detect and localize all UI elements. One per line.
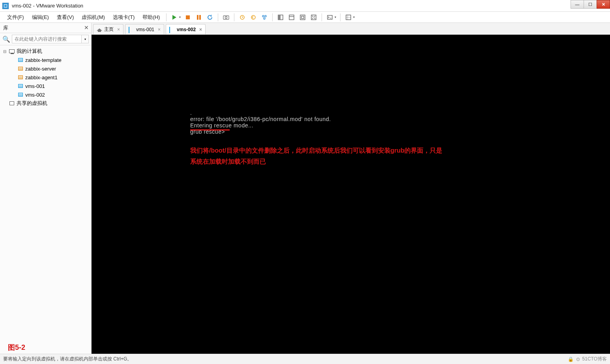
svg-rect-18 [311, 15, 316, 20]
sidebar-search: 🔍 ▾ [0, 33, 91, 45]
svg-rect-14 [289, 15, 294, 20]
search-input[interactable] [12, 35, 82, 43]
restart-button[interactable] [205, 13, 215, 22]
library-tree: ⊟ 我的计算机 zabbix-templatezabbix-serverzabb… [0, 45, 91, 354]
tab-主页[interactable]: 主页× [93, 24, 123, 34]
status-text: 要将输入定向到该虚拟机，请在虚拟机内部单击或按 Ctrl+G。 [3, 356, 132, 362]
play-button[interactable] [170, 13, 179, 22]
close-button[interactable]: ✕ [597, 0, 610, 9]
maximize-button[interactable]: ☐ [584, 0, 597, 9]
svg-marker-4 [210, 15, 211, 17]
tab-close-icon[interactable]: × [158, 27, 161, 32]
menu-view[interactable]: 查看(V) [53, 12, 78, 22]
home-icon [97, 27, 102, 32]
view-unity-button[interactable] [298, 13, 307, 22]
sidebar-title: 库 [3, 24, 8, 32]
console-line: Entering rescue mode... [190, 122, 610, 129]
tree-item-label: zabbix-template [25, 57, 62, 63]
app-icon [2, 3, 9, 9]
status-right: 🔒 ⊙ 51CTO博客 [568, 356, 607, 362]
toolbar-separator [272, 13, 273, 21]
svg-rect-19 [327, 15, 332, 19]
search-dropdown[interactable]: ▾ [82, 35, 89, 43]
titlebar: vms-002 - VMware Workstation — ☐ ✕ [0, 0, 610, 12]
tab-label: vms-001 [136, 27, 154, 32]
tree-item-vms-001[interactable]: vms-001 [9, 82, 91, 90]
tree-item-label: vms-002 [25, 92, 45, 98]
tree-item-vms-002[interactable]: vms-002 [9, 90, 91, 99]
tree-item-zabbix-agent1[interactable]: zabbix-agent1 [9, 73, 91, 82]
collapse-icon[interactable]: ⊟ [2, 49, 7, 54]
menubar: 文件(F) 编辑(E) 查看(V) 虚拟机(M) 选项卡(T) 帮助(H) ▾ … [0, 12, 610, 23]
tree-root-mycomputer[interactable]: ⊟ 我的计算机 [0, 47, 91, 56]
snapshot-take-button[interactable] [238, 13, 247, 22]
computer-icon [9, 48, 15, 54]
console-line: error: file '/boot/grub2/i386-pc/normal.… [190, 116, 610, 122]
watermark: 51CTO博客 [582, 356, 607, 362]
menu-tabs[interactable]: 选项卡(T) [109, 12, 139, 22]
vm-icon [17, 57, 24, 63]
console-dropdown[interactable]: ▾ [335, 15, 336, 19]
svg-rect-17 [301, 16, 304, 19]
toolbar-separator [322, 13, 322, 21]
tree-item-label: zabbix-agent1 [25, 75, 58, 80]
annotation-line: 系统在加载时加载不到而已 [190, 156, 442, 167]
tree-item-zabbix-template[interactable]: zabbix-template [9, 56, 91, 64]
vm-icon [129, 27, 134, 32]
snapshot-manage-button[interactable] [260, 13, 269, 22]
status-device-icon[interactable]: 🔒 [568, 357, 574, 362]
vm-icon [17, 83, 24, 89]
view-fitwindow-button[interactable] [287, 13, 296, 22]
tree-shared-vms[interactable]: 共享的虚拟机 [0, 99, 91, 108]
pause-button[interactable] [194, 13, 204, 22]
menu-vm[interactable]: 虚拟机(M) [78, 12, 109, 22]
svg-point-11 [264, 18, 265, 19]
console-line: . [190, 110, 610, 116]
tab-vms-002[interactable]: vms-002× [166, 24, 206, 34]
tab-close-icon[interactable]: × [117, 27, 120, 32]
menu-edit[interactable]: 编辑(E) [28, 12, 53, 22]
tree-item-zabbix-server[interactable]: zabbix-server [9, 64, 91, 73]
console-button[interactable] [325, 13, 335, 22]
status-device-icon[interactable]: ⊙ [576, 357, 580, 362]
toolbar-separator [340, 13, 341, 21]
menu-file[interactable]: 文件(F) [3, 12, 28, 22]
stretch-dropdown[interactable]: ▾ [353, 15, 355, 19]
toolbar-separator [218, 13, 218, 21]
figure-label: 图5-2 [8, 343, 25, 352]
vm-icon [17, 91, 24, 98]
svg-rect-5 [223, 16, 229, 19]
snapshot-revert-button[interactable] [249, 13, 258, 22]
view-fullscreen-button[interactable] [309, 13, 318, 22]
minimize-button[interactable]: — [571, 0, 584, 9]
menu-help[interactable]: 帮助(H) [138, 12, 164, 22]
vm-console[interactable]: . error: file '/boot/grub2/i386-pc/norma… [92, 35, 610, 354]
statusbar: 要将输入定向到该虚拟机，请在虚拟机内部单击或按 Ctrl+G。 🔒 ⊙ 51CT… [0, 354, 610, 364]
tab-label: 主页 [104, 26, 114, 33]
stop-button[interactable] [183, 13, 193, 22]
annotation-text: 我们将/boot/目录中的文件删除之后，此时启动系统后我们可以看到安装grub的… [190, 145, 442, 167]
console-prompt: grub rescue> [190, 129, 610, 135]
play-dropdown[interactable]: ▾ [179, 15, 181, 19]
snapshot-button[interactable] [221, 13, 231, 22]
tree-item-label: vms-001 [25, 83, 45, 89]
view-fitguest-button[interactable] [276, 13, 285, 22]
svg-point-6 [225, 17, 227, 19]
tree-shared-label: 共享的虚拟机 [17, 100, 47, 107]
svg-rect-3 [199, 15, 201, 20]
svg-rect-1 [186, 15, 190, 19]
tab-label: vms-002 [177, 27, 196, 32]
stretch-button[interactable] [344, 13, 353, 22]
tab-vms-001[interactable]: vms-001× [125, 24, 164, 34]
svg-point-10 [265, 15, 266, 17]
tree-item-label: zabbix-server [25, 66, 56, 72]
tree-root-label: 我的计算机 [17, 48, 42, 55]
sidebar-close-icon[interactable]: ✕ [84, 24, 89, 31]
svg-rect-2 [197, 15, 198, 20]
svg-marker-0 [172, 15, 176, 20]
vm-icon [17, 74, 24, 80]
sidebar: 库 ✕ 🔍 ▾ ⊟ 我的计算机 zabbix-templatezabbix-se… [0, 23, 92, 354]
vm-icon [169, 27, 175, 32]
tab-close-icon[interactable]: × [199, 27, 202, 32]
svg-point-8 [251, 15, 255, 19]
